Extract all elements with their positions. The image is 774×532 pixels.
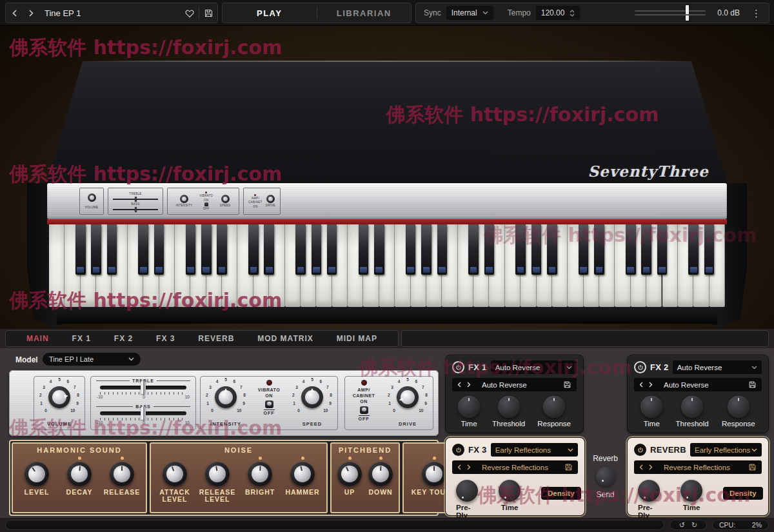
noise-hammer-knob[interactable] xyxy=(290,462,315,486)
intensity-knob[interactable]: 012345678910 xyxy=(205,378,246,417)
fx1-time-knob[interactable] xyxy=(458,396,480,418)
fx3-time-knob[interactable] xyxy=(499,480,521,502)
fx3-density-button[interactable]: Density xyxy=(541,487,581,500)
power-icon xyxy=(455,447,462,453)
tab-fx2[interactable]: FX 2 xyxy=(114,334,133,343)
tab-play[interactable]: PLAY xyxy=(223,3,317,23)
amp-cabinet-toggle[interactable] xyxy=(360,406,368,414)
preset-name[interactable]: Tine EP 1 xyxy=(39,8,181,18)
fx2-next-preset[interactable] xyxy=(649,382,653,388)
tempo-field[interactable]: 120.00 xyxy=(536,6,580,20)
fx3-type-select[interactable]: Early Reflections xyxy=(491,443,578,457)
drive-knob[interactable]: 012345678910 xyxy=(387,378,428,417)
key-touch-knob[interactable] xyxy=(422,462,446,486)
scale-min: -10 xyxy=(97,395,103,399)
treble-slider-handle[interactable] xyxy=(141,381,146,394)
fx2-prev-preset[interactable] xyxy=(639,382,643,388)
tab-fx1[interactable]: FX 1 xyxy=(72,334,91,343)
favorite-button[interactable] xyxy=(181,3,199,23)
tab-main[interactable]: MAIN xyxy=(26,334,49,343)
fx1-next-preset[interactable] xyxy=(467,382,471,388)
reverb-power-button[interactable] xyxy=(634,444,646,456)
save-preset-button[interactable] xyxy=(199,3,217,23)
tab-reverb[interactable]: REVERB xyxy=(198,334,234,343)
reverb-prev-preset[interactable] xyxy=(639,464,643,470)
save-icon[interactable] xyxy=(748,380,757,389)
reverb-time-knob[interactable] xyxy=(680,480,702,502)
piano-black-key xyxy=(264,224,274,275)
fx2-type-select[interactable]: Auto Reverse xyxy=(673,360,762,374)
reverb-preset-name[interactable]: Reverse Reflections xyxy=(664,464,730,471)
fx2-threshold-knob[interactable] xyxy=(681,396,703,418)
volume-knob[interactable]: 012345678910 xyxy=(39,378,80,417)
intensity-label: INTENSITY xyxy=(201,421,251,427)
fx3-predelay-knob[interactable] xyxy=(456,480,478,502)
model-select[interactable]: Tine EP I Late xyxy=(43,353,141,366)
previous-preset-button[interactable] xyxy=(6,3,23,23)
reverb-density-button[interactable]: Density xyxy=(723,487,763,500)
master-volume-slider[interactable] xyxy=(635,5,706,21)
fx1-prev-preset[interactable] xyxy=(457,382,461,388)
fx3-next-preset[interactable] xyxy=(467,464,471,470)
bass-slider[interactable] xyxy=(100,411,186,415)
piano-black-key xyxy=(704,224,715,275)
sync-select[interactable]: Internal xyxy=(446,6,493,20)
fx1-power-button[interactable] xyxy=(452,361,464,373)
piano-black-key xyxy=(107,224,117,275)
undo-button[interactable]: ↺ xyxy=(679,522,685,529)
fx1-response-knob[interactable] xyxy=(543,396,565,418)
save-icon[interactable] xyxy=(748,463,757,471)
fx3-power-button[interactable] xyxy=(452,444,464,456)
knob-label: Threshold xyxy=(492,420,525,428)
fx2-response-knob[interactable] xyxy=(728,396,749,418)
noise-attack-level-knob[interactable] xyxy=(163,462,187,486)
piano-black-key xyxy=(154,224,164,275)
bass-slider-handle[interactable] xyxy=(141,407,146,420)
fx1-type-select[interactable]: Auto Reverse xyxy=(491,360,577,374)
redo-button[interactable]: ↻ xyxy=(691,522,697,529)
fx2-preset-name[interactable]: Auto Reverse xyxy=(664,381,709,389)
tempo-stepper[interactable] xyxy=(570,10,575,17)
speed-knob[interactable]: 012345678910 xyxy=(292,378,333,417)
dial-scale-number: 5 xyxy=(224,377,227,382)
piano-black-key xyxy=(295,224,306,275)
noise-release-level-knob[interactable] xyxy=(205,462,230,486)
harmonic-release-knob[interactable] xyxy=(110,462,134,486)
reverb-type-select[interactable]: Early Reflections xyxy=(690,443,762,457)
reverb-predelay-knob[interactable] xyxy=(638,480,660,502)
mod-dot xyxy=(348,457,352,460)
reverb-send-knob[interactable] xyxy=(596,467,615,486)
harmonic-decay-knob[interactable] xyxy=(67,462,92,486)
tab-fx3[interactable]: FX 3 xyxy=(156,334,175,343)
volume-slider-handle[interactable] xyxy=(686,5,689,21)
save-icon[interactable] xyxy=(564,463,573,471)
fx1-preset-bar: Auto Reverse xyxy=(452,378,577,391)
pitchbend-down-knob[interactable] xyxy=(368,462,393,486)
vibrato-toggle[interactable] xyxy=(265,400,273,408)
fx2-power-button[interactable] xyxy=(634,361,646,373)
fx1-threshold-knob[interactable] xyxy=(498,396,520,418)
fx3-preset-name[interactable]: Reverse Reflections xyxy=(482,464,548,471)
fx3-prev-preset[interactable] xyxy=(457,464,461,470)
rail-amp-label2: CABINET xyxy=(248,201,263,204)
noise-bright-knob[interactable] xyxy=(248,462,272,486)
next-preset-button[interactable] xyxy=(23,3,39,23)
fx2-time-knob[interactable] xyxy=(640,396,662,418)
output-level-readout[interactable]: 0.0 dB xyxy=(717,8,740,17)
overflow-menu-button[interactable]: ⋮ xyxy=(751,8,761,18)
save-icon[interactable] xyxy=(563,380,571,389)
pitchbend-up-knob[interactable] xyxy=(337,462,362,486)
tab-librarian[interactable]: LIBRARIAN xyxy=(317,3,412,23)
rail-bass-slider xyxy=(113,209,158,210)
dial-scale-number: 3 xyxy=(295,384,298,389)
treble-slider[interactable] xyxy=(100,386,186,389)
dial-scale-number: 10 xyxy=(419,408,423,412)
tab-midi-map[interactable]: MIDI MAP xyxy=(337,334,377,343)
dial-scale-number: 2 xyxy=(388,392,390,397)
tab-mod-matrix[interactable]: MOD MATRIX xyxy=(257,334,313,343)
reverb-next-preset[interactable] xyxy=(649,464,653,470)
harmonic-level-knob[interactable] xyxy=(25,462,49,486)
rail-vibrato-led xyxy=(205,192,207,193)
fx1-preset-name[interactable]: Auto Reverse xyxy=(482,381,527,389)
fx1-panel: FX 1 Auto Reverse Auto Reverse Time Th xyxy=(445,355,584,433)
